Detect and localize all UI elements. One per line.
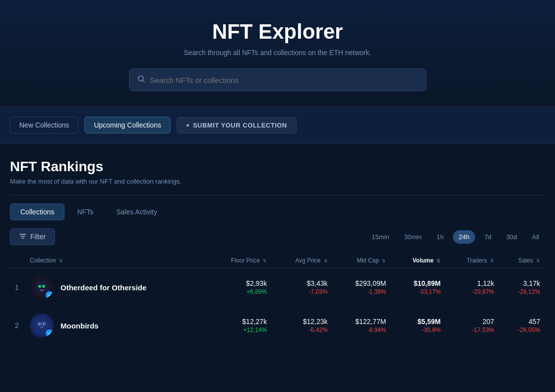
sort-icon-floor: ⇅: [263, 259, 267, 263]
time-options: 15min 30min 1h 24h 7d 30d All: [366, 230, 545, 244]
table-row: 2: [10, 307, 545, 345]
collection-otherdeed[interactable]: ✓ Otherdeed for Otherside: [25, 268, 206, 307]
traders-moonbirds: 207 -17,53%: [445, 307, 499, 345]
avatar-moonbirds: ✓: [30, 314, 54, 337]
search-icon: [137, 75, 145, 85]
svg-point-7: [42, 285, 45, 288]
col-traders[interactable]: Traders ⇅: [445, 253, 499, 268]
svg-point-6: [38, 285, 41, 288]
rankings-subtitle: Make the most of data with our NFT and c…: [10, 178, 545, 185]
col-sales[interactable]: Sales ⇅: [499, 253, 545, 268]
col-collection[interactable]: Collection ⇅: [25, 253, 206, 268]
hero-subtitle: Search through all NFTs and collections …: [10, 49, 545, 57]
collection-moonbirds[interactable]: ✓ Moonbirds: [25, 307, 206, 345]
time-1h[interactable]: 1h: [431, 230, 449, 244]
verified-badge-moonbirds: ✓: [46, 329, 54, 337]
tab-sales-activity[interactable]: Sales Activity: [106, 203, 167, 220]
volume-moonbirds: $5,59M -30,8%: [391, 307, 445, 345]
time-all[interactable]: All: [526, 230, 545, 244]
mkt-cap-otherdeed: $293,09M -1,39%: [333, 268, 391, 307]
col-volume[interactable]: Volume ⇅: [391, 253, 445, 268]
verified-badge-otherdeed: ✓: [46, 291, 54, 299]
time-30min[interactable]: 30min: [398, 230, 428, 244]
filter-row: Filter 15min 30min 1h 24h 7d 30d All: [10, 228, 545, 245]
avatar-otherdeed: ✓: [30, 275, 54, 299]
sales-otherdeed: 3,17k -28,12%: [499, 268, 545, 307]
volume-otherdeed: $10,89M -33,17%: [391, 268, 445, 307]
hero-section: NFT Explorer Search through all NFTs and…: [0, 0, 555, 107]
rankings-tab-bar: Collections NFTs Sales Activity: [10, 203, 545, 220]
col-mkt-cap[interactable]: Mkt Cap ⇅: [333, 253, 391, 268]
filter-button[interactable]: Filter: [10, 228, 55, 245]
plus-icon: +: [186, 122, 190, 129]
nft-rankings-table: Collection ⇅ Floor Price ⇅ Avg Price ⇅ M…: [10, 253, 545, 345]
tab-collections[interactable]: Collections: [10, 203, 64, 220]
search-input[interactable]: [150, 76, 418, 84]
time-30d[interactable]: 30d: [500, 230, 523, 244]
sales-moonbirds: 457 -26,05%: [499, 307, 545, 345]
collection-name-otherdeed: Otherdeed for Otherside: [61, 283, 146, 292]
col-floor-price[interactable]: Floor Price ⇅: [206, 253, 272, 268]
sort-icon-collection: ⇅: [59, 259, 63, 263]
hero-title: NFT Explorer: [10, 20, 545, 44]
time-24h[interactable]: 24h: [453, 230, 476, 244]
filter-label: Filter: [30, 233, 46, 241]
rank-1: 1: [10, 268, 25, 307]
table-row: 1 ✓ Otherdeed f: [10, 268, 545, 307]
sort-icon-mkt: ⇅: [382, 259, 386, 263]
collections-banner: New Collections Upcoming Collections + S…: [0, 107, 555, 144]
col-rank: [10, 253, 25, 268]
floor-price-moonbirds: $12,27k +12,14%: [206, 307, 272, 345]
search-bar: [129, 68, 427, 91]
collection-name-moonbirds: Moonbirds: [61, 322, 99, 330]
col-avg-price[interactable]: Avg Price ⇅: [272, 253, 332, 268]
rank-2: 2: [10, 307, 25, 345]
traders-otherdeed: 1,12k -20,87%: [445, 268, 499, 307]
svg-point-8: [36, 320, 48, 331]
sort-icon-volume: ⇅: [436, 259, 440, 263]
sort-icon-avg: ⇅: [324, 259, 328, 263]
avg-price-moonbirds: $12,23k -6,42%: [272, 307, 332, 345]
filter-icon: [19, 233, 26, 241]
rankings-divider: [10, 195, 545, 196]
rankings-section: NFT Rankings Make the most of data with …: [0, 144, 555, 345]
svg-point-5: [36, 281, 48, 293]
upcoming-collections-tab[interactable]: Upcoming Collections: [84, 117, 170, 133]
submit-collection-button[interactable]: + SUBMIT YOUR COLLECTION: [177, 117, 297, 133]
tab-nfts[interactable]: NFTs: [66, 203, 104, 220]
time-15min[interactable]: 15min: [366, 230, 395, 244]
submit-label: SUBMIT YOUR COLLECTION: [193, 122, 287, 129]
rankings-title: NFT Rankings: [10, 159, 545, 175]
floor-price-otherdeed: $2,93k +6,89%: [206, 268, 272, 307]
mkt-cap-moonbirds: $122,77M -8,94%: [333, 307, 391, 345]
sort-icon-sales: ⇅: [536, 259, 540, 263]
new-collections-tab[interactable]: New Collections: [10, 117, 78, 133]
svg-line-1: [142, 80, 144, 82]
time-7d[interactable]: 7d: [478, 230, 497, 244]
sort-icon-traders: ⇅: [490, 259, 494, 263]
avg-price-otherdeed: $3,43k -7,03%: [272, 268, 332, 307]
